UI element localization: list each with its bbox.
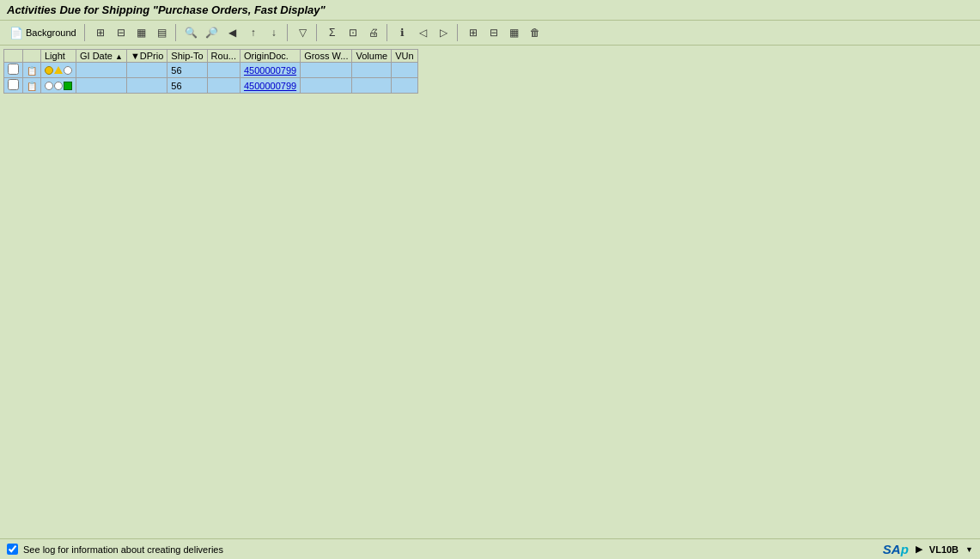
data-table: Light GI Date ▲ ▼DPrio Ship-To Rou... Or…	[3, 49, 418, 94]
toolbar-btn-6[interactable]: 🔎	[203, 23, 222, 42]
row1-checkbox[interactable]	[8, 64, 19, 75]
row2-origin-doc-link[interactable]: 4500000799	[244, 81, 296, 91]
toolbar-btn-8[interactable]: ↑	[244, 23, 263, 42]
nav-right-icon: ▷	[440, 27, 447, 39]
nav-arrow-icon[interactable]: ▶	[916, 544, 922, 555]
table-icon: ▤	[157, 27, 167, 39]
toolbar-separator-3	[287, 24, 290, 41]
cols-icon: ⊟	[490, 27, 498, 39]
toolbar-separator-5	[387, 24, 390, 41]
table-header-row: Light GI Date ▲ ▼DPrio Ship-To Rou... Or…	[4, 50, 418, 63]
row1-light-cell	[41, 63, 76, 78]
toolbar-btn-filter[interactable]: ▽	[294, 23, 313, 42]
col-header-checkbox	[4, 50, 23, 63]
status-right: SAp ▶ VL10B ▼	[883, 542, 973, 556]
row-icon: 📋	[27, 82, 37, 91]
col-header-route[interactable]: Rou...	[207, 50, 240, 63]
background-label: Background	[26, 27, 76, 38]
col-header-dprio[interactable]: ▼DPrio	[126, 50, 167, 63]
row1-volume	[352, 63, 392, 78]
search-icon: 🔍	[185, 27, 198, 39]
toolbar-btn-2[interactable]: ⊟	[112, 23, 131, 42]
row1-origin-doc[interactable]: 4500000799	[240, 63, 300, 78]
toolbar-btn-grid2[interactable]: ⊞	[464, 23, 483, 42]
row1-origin-doc-link[interactable]: 4500000799	[244, 65, 296, 76]
sort-desc-icon: ↓	[271, 27, 277, 39]
sort-asc-icon: ↑	[251, 27, 256, 39]
toolbar-btn-3[interactable]: ▦	[132, 23, 151, 42]
green-square-icon	[64, 82, 72, 90]
row1-gi-date	[76, 63, 127, 78]
grid2-icon: ⊞	[469, 27, 478, 39]
row2-checkbox-cell[interactable]	[4, 78, 23, 94]
row2-vun	[392, 78, 417, 94]
toolbar-btn-4[interactable]: ▤	[153, 23, 172, 42]
empty-circle-icon-3	[54, 82, 63, 90]
status-left: See log for information about creating d…	[7, 544, 880, 555]
col-header-vun[interactable]: VUn	[392, 50, 417, 63]
toolbar-btn-export[interactable]: ⊡	[344, 23, 362, 42]
sum-icon: Σ	[329, 27, 335, 39]
back-icon: ◀	[228, 27, 236, 39]
row1-vun	[392, 63, 417, 78]
layout-icon-2: ⊟	[117, 27, 125, 39]
row2-light-cell	[41, 78, 76, 94]
layout-icon-1: ⊞	[96, 27, 105, 39]
background-button[interactable]: 📄 Background	[5, 25, 81, 41]
col-header-gi-date[interactable]: GI Date ▲	[76, 50, 127, 63]
row1-gross-w	[301, 63, 352, 78]
row-icon: 📋	[27, 66, 37, 76]
toolbar-btn-1[interactable]: ⊞	[91, 23, 110, 42]
toolbar-btn-rows[interactable]: ▦	[505, 23, 524, 42]
toolbar-btn-cols[interactable]: ⊟	[484, 23, 503, 42]
toolbar-btn-sum[interactable]: Σ	[323, 23, 342, 42]
row2-dprio	[126, 78, 167, 94]
toolbar-separator-6	[457, 24, 460, 41]
row1-light-icons	[45, 66, 72, 75]
col-header-light[interactable]: Light	[41, 50, 76, 63]
status-checkbox[interactable]	[7, 544, 18, 555]
status-message: See log for information about creating d…	[23, 544, 223, 555]
grid-icon: ▦	[137, 27, 146, 39]
toolbar-separator-4	[316, 24, 320, 41]
table-row[interactable]: 📋 56 4500000799	[4, 63, 418, 78]
col-header-volume[interactable]: Volume	[352, 50, 392, 63]
sap-logo: SAp	[883, 542, 909, 556]
table-row[interactable]: 📋 56 4500000799	[4, 78, 418, 94]
sort-indicator: ▲	[115, 52, 123, 61]
col-header-ship-to[interactable]: Ship-To	[167, 50, 207, 63]
row2-light-icons	[45, 82, 72, 90]
empty-circle-icon-2	[45, 82, 53, 90]
toolbar-btn-nav-left[interactable]: ◁	[414, 23, 433, 42]
row1-dprio	[126, 63, 167, 78]
row2-route	[207, 78, 240, 94]
col-header-origin-doc[interactable]: OriginDoc.	[240, 50, 300, 63]
row2-volume	[352, 78, 392, 94]
yellow-triangle-icon	[54, 66, 63, 74]
row2-icon-cell: 📋	[23, 78, 41, 94]
export-icon: ⊡	[349, 27, 357, 39]
toolbar-btn-info[interactable]: ℹ	[393, 23, 412, 42]
row2-checkbox[interactable]	[8, 79, 19, 90]
row2-origin-doc[interactable]: 4500000799	[240, 78, 300, 94]
row1-checkbox-cell[interactable]	[4, 63, 23, 78]
title-bar: Activities Due for Shipping "Purchase Or…	[0, 0, 980, 21]
col-header-icon	[23, 50, 41, 63]
document-icon: 📄	[9, 27, 23, 39]
row2-gross-w	[301, 78, 352, 94]
toolbar-btn-9[interactable]: ↓	[265, 23, 283, 42]
page-title: Activities Due for Shipping "Purchase Or…	[7, 3, 326, 16]
delete-icon: 🗑	[530, 27, 540, 39]
yellow-circle-icon	[45, 66, 53, 75]
toolbar-btn-del[interactable]: 🗑	[526, 23, 545, 42]
dropdown-arrow-icon[interactable]: ▼	[965, 545, 973, 554]
nav-left-icon: ◁	[419, 27, 427, 39]
row1-icon-cell: 📋	[23, 63, 41, 78]
toolbar-btn-print[interactable]: 🖨	[364, 23, 383, 42]
toolbar-btn-5[interactable]: 🔍	[182, 23, 201, 42]
toolbar-btn-7[interactable]: ◀	[223, 23, 242, 42]
empty-circle-icon	[64, 66, 72, 75]
toolbar-btn-nav-right[interactable]: ▷	[435, 23, 453, 42]
col-header-gross-w[interactable]: Gross W...	[301, 50, 352, 63]
toolbar-separator-1	[84, 24, 88, 41]
